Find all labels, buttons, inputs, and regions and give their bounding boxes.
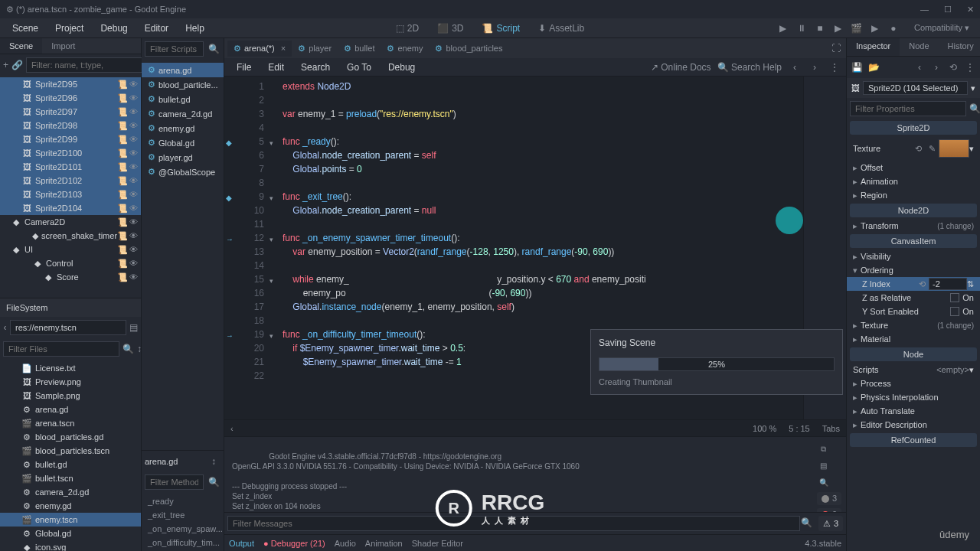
visibility-icon[interactable]: 👁 bbox=[129, 272, 138, 282]
error-badge[interactable]: 0 bbox=[817, 508, 841, 512]
visibility-icon[interactable]: 👁 bbox=[129, 204, 138, 214]
chevron-right-icon[interactable]: ▸ bbox=[853, 221, 858, 231]
script-link-icon[interactable]: 📜 bbox=[117, 93, 128, 103]
tree-item[interactable]: ◆UI📜 👁 bbox=[0, 243, 141, 256]
tree-item[interactable]: ◆screen_shake_timer📜 👁 bbox=[0, 229, 141, 243]
play-button[interactable]: ▶ bbox=[775, 20, 792, 37]
file-item[interactable]: 🎬bullet.tscn bbox=[0, 471, 141, 485]
visibility-icon[interactable]: 👁 bbox=[129, 80, 138, 90]
play-scene-button[interactable]: 🎬 bbox=[848, 20, 865, 37]
view-script[interactable]: 📜 Script bbox=[474, 20, 528, 37]
tree-item[interactable]: ◆Score📜 👁 bbox=[0, 270, 141, 284]
file-item[interactable]: ⚙arena.gd bbox=[0, 403, 141, 416]
tree-item[interactable]: 🖼Sprite2D96📜 👁 bbox=[0, 91, 141, 105]
file-item[interactable]: ⚙bullet.gd bbox=[0, 458, 141, 471]
section-node[interactable]: Node bbox=[850, 347, 977, 361]
tree-item[interactable]: 🖼Sprite2D100📜 👁 bbox=[0, 146, 141, 160]
script-list-item[interactable]: ⚙enemy.gd bbox=[142, 121, 224, 135]
texture-preview[interactable] bbox=[939, 139, 969, 158]
visibility-icon[interactable]: 👁 bbox=[129, 135, 138, 145]
tab-scene[interactable]: Scene bbox=[0, 38, 42, 54]
total-badge[interactable]: ⚠ 3 bbox=[818, 516, 843, 531]
section-canvasitem[interactable]: CanvasItem bbox=[850, 234, 977, 248]
visibility-icon[interactable]: 👁 bbox=[129, 107, 138, 117]
editor-menu-file[interactable]: File bbox=[229, 60, 259, 75]
output-toggle-icon[interactable]: ▤ bbox=[817, 458, 831, 472]
prop-visibility[interactable]: Visibility bbox=[861, 252, 974, 261]
nav-back-small-icon[interactable]: ‹ bbox=[230, 424, 234, 433]
tab-import[interactable]: Import bbox=[42, 38, 84, 54]
tab-node[interactable]: Node bbox=[900, 38, 938, 56]
visibility-icon[interactable]: 👁 bbox=[129, 121, 138, 131]
close-tab-icon[interactable]: × bbox=[281, 44, 286, 53]
method-item[interactable]: _on_enemy_spaw... bbox=[142, 522, 224, 536]
script-link-icon[interactable]: 📜 bbox=[117, 162, 128, 172]
inspector-object-select[interactable]: Sprite2D (104 Selected) bbox=[863, 81, 968, 95]
search-icon[interactable]: 🔍 bbox=[969, 102, 980, 116]
zoom-level[interactable]: 100 % bbox=[753, 424, 776, 433]
script-link-icon[interactable]: 📜 bbox=[117, 80, 128, 90]
visibility-icon[interactable]: 👁 bbox=[129, 148, 138, 158]
menu-debug[interactable]: Debug bbox=[93, 21, 135, 36]
visibility-icon[interactable]: 👁 bbox=[129, 93, 138, 103]
output-tab-output[interactable]: Output bbox=[229, 539, 254, 548]
stop-button[interactable]: ■ bbox=[812, 20, 828, 37]
script-tab[interactable]: ⚙enemy bbox=[381, 41, 429, 57]
script-link-icon[interactable]: 📜 bbox=[117, 107, 128, 117]
stepper-icon[interactable]: ⇅ bbox=[967, 279, 974, 289]
script-sort-icon[interactable]: ↕ bbox=[207, 455, 220, 468]
menu-project[interactable]: Project bbox=[47, 21, 91, 36]
script-list-item[interactable]: ⚙@GlobalScope bbox=[142, 165, 224, 179]
tree-item[interactable]: ◆Control📜 👁 bbox=[0, 256, 141, 270]
output-tab-shader[interactable]: Shader Editor bbox=[412, 539, 463, 548]
file-item[interactable]: ⚙blood_particles.gd bbox=[0, 430, 141, 444]
ysort-checkbox[interactable] bbox=[950, 307, 959, 316]
menu-editor[interactable]: Editor bbox=[137, 21, 176, 36]
fs-back-icon[interactable]: ‹ bbox=[3, 321, 7, 334]
section-node2d[interactable]: Node2D bbox=[850, 204, 977, 217]
script-link-icon[interactable]: 📜 bbox=[117, 148, 128, 158]
search-icon[interactable]: 🔍 bbox=[207, 42, 220, 56]
file-item[interactable]: ⚙Global.gd bbox=[0, 527, 141, 540]
fs-filter-input[interactable] bbox=[3, 341, 119, 357]
tree-item[interactable]: 🖼Sprite2D95📜 👁 bbox=[0, 77, 141, 91]
file-item[interactable]: ◆icon.svg bbox=[0, 540, 141, 551]
online-docs-link[interactable]: ↗ Online Docs bbox=[651, 62, 711, 73]
script-list-item[interactable]: ⚙bullet.gd bbox=[142, 92, 224, 106]
editor-menu-goto[interactable]: Go To bbox=[339, 60, 379, 75]
prop-scripts-value[interactable]: <empty> bbox=[936, 365, 969, 374]
file-item[interactable]: 🎬arena.tscn bbox=[0, 416, 141, 430]
insp-load-icon[interactable]: 📂 bbox=[867, 60, 880, 74]
script-link-icon[interactable]: 📜 bbox=[117, 176, 128, 186]
script-list-item[interactable]: ⚙Global.gd bbox=[142, 135, 224, 150]
scene-filter-input[interactable] bbox=[26, 57, 142, 73]
insp-more-icon[interactable]: ⋮ bbox=[963, 60, 977, 74]
editor-menu-edit[interactable]: Edit bbox=[260, 60, 292, 75]
view-3d[interactable]: ⬛ 3D bbox=[430, 20, 471, 37]
visibility-icon[interactable]: 👁 bbox=[129, 231, 138, 241]
output-tab-debugger[interactable]: ● Debugger (21) bbox=[263, 539, 325, 548]
prop-ordering[interactable]: Ordering bbox=[861, 266, 974, 275]
search-help-link[interactable]: 🔍 Search Help bbox=[717, 62, 782, 73]
menu-scene[interactable]: Scene bbox=[5, 21, 46, 36]
visibility-icon[interactable]: 👁 bbox=[129, 190, 138, 200]
script-list-item[interactable]: ⚙player.gd bbox=[142, 150, 224, 165]
pause-button[interactable]: ⏸ bbox=[793, 20, 810, 37]
dropdown-icon[interactable]: ▾ bbox=[969, 365, 974, 375]
visibility-icon[interactable]: 👁 bbox=[129, 245, 138, 255]
script-list-item[interactable]: ⚙arena.gd bbox=[142, 63, 224, 77]
reload-icon[interactable]: ⟲ bbox=[911, 142, 925, 155]
visibility-icon[interactable]: 👁 bbox=[129, 259, 138, 269]
tab-inspector[interactable]: Inspector bbox=[847, 38, 900, 56]
methods-filter-input[interactable] bbox=[145, 474, 204, 490]
script-link-icon[interactable]: 📜 bbox=[117, 135, 128, 145]
tree-item[interactable]: 🖼Sprite2D103📜 👁 bbox=[0, 187, 141, 201]
insp-forward-icon[interactable]: › bbox=[929, 60, 943, 74]
output-copy-icon[interactable]: ⧉ bbox=[817, 442, 831, 455]
close-icon[interactable]: ✕ bbox=[967, 5, 974, 15]
edit-icon[interactable]: ✎ bbox=[925, 142, 939, 155]
inspector-filter-input[interactable] bbox=[850, 101, 966, 116]
renderer-dropdown[interactable]: Compatibility ▾ bbox=[908, 23, 975, 33]
play-custom-button[interactable]: ▶ bbox=[867, 20, 884, 37]
tree-item[interactable]: 🖼Sprite2D102📜 👁 bbox=[0, 174, 141, 187]
